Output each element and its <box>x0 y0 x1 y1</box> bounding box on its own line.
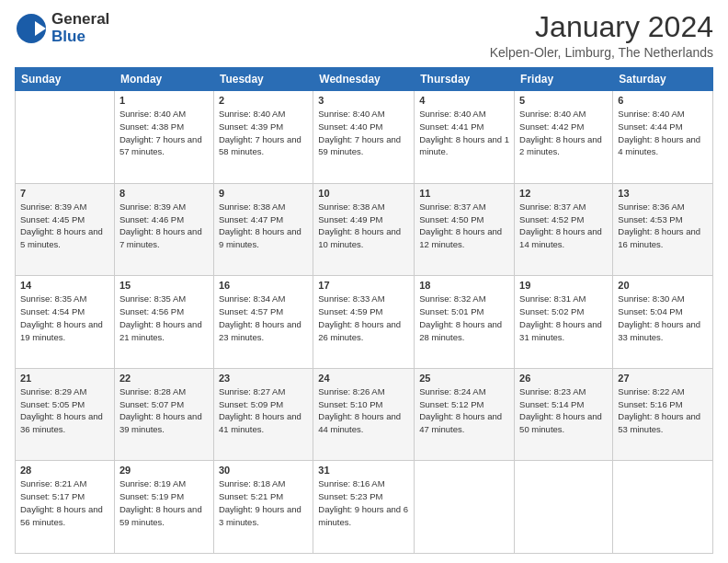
day-info: Sunrise: 8:40 AM Sunset: 4:39 PM Dayligh… <box>219 108 308 158</box>
day-cell: 17Sunrise: 8:33 AM Sunset: 4:59 PM Dayli… <box>313 276 415 369</box>
day-info: Sunrise: 8:33 AM Sunset: 4:59 PM Dayligh… <box>318 293 409 343</box>
day-cell: 23Sunrise: 8:27 AM Sunset: 5:09 PM Dayli… <box>213 368 313 461</box>
day-cell: 7Sunrise: 8:39 AM Sunset: 4:45 PM Daylig… <box>16 183 115 276</box>
day-number: 1 <box>119 95 209 106</box>
day-number: 4 <box>419 95 509 106</box>
day-number: 22 <box>119 373 209 384</box>
day-info: Sunrise: 8:22 AM Sunset: 5:16 PM Dayligh… <box>618 385 708 436</box>
day-number: 16 <box>219 280 308 291</box>
day-cell: 20Sunrise: 8:30 AM Sunset: 5:04 PM Dayli… <box>613 276 713 369</box>
logo-general: General <box>51 11 109 29</box>
day-cell: 6Sunrise: 8:40 AM Sunset: 4:44 PM Daylig… <box>613 91 713 184</box>
day-cell: 11Sunrise: 8:37 AM Sunset: 4:50 PM Dayli… <box>415 183 515 276</box>
day-number: 3 <box>318 95 409 106</box>
day-number: 31 <box>318 465 409 476</box>
day-info: Sunrise: 8:35 AM Sunset: 4:56 PM Dayligh… <box>119 293 209 343</box>
calendar-table: Sunday Monday Tuesday Wednesday Thursday… <box>15 67 713 554</box>
day-info: Sunrise: 8:40 AM Sunset: 4:41 PM Dayligh… <box>419 108 509 158</box>
day-cell: 4Sunrise: 8:40 AM Sunset: 4:41 PM Daylig… <box>415 91 515 184</box>
day-number: 20 <box>618 280 708 291</box>
week-row-2: 14Sunrise: 8:35 AM Sunset: 4:54 PM Dayli… <box>16 276 713 369</box>
logo-blue: Blue <box>51 29 109 46</box>
day-number: 10 <box>318 188 409 199</box>
header: General Blue January 2024 Kelpen-Oler, L… <box>15 11 713 60</box>
day-cell: 3Sunrise: 8:40 AM Sunset: 4:40 PM Daylig… <box>313 91 415 184</box>
day-info: Sunrise: 8:23 AM Sunset: 5:14 PM Dayligh… <box>519 385 608 436</box>
day-info: Sunrise: 8:39 AM Sunset: 4:46 PM Dayligh… <box>119 201 209 251</box>
day-info: Sunrise: 8:32 AM Sunset: 5:01 PM Dayligh… <box>419 293 509 343</box>
day-number: 14 <box>20 280 109 291</box>
day-cell <box>415 461 515 554</box>
col-thursday: Thursday <box>415 68 515 91</box>
day-info: Sunrise: 8:40 AM Sunset: 4:40 PM Dayligh… <box>318 108 409 158</box>
day-number: 13 <box>618 188 708 199</box>
week-row-0: 1Sunrise: 8:40 AM Sunset: 4:38 PM Daylig… <box>16 91 713 184</box>
day-number: 11 <box>419 188 509 199</box>
day-cell: 5Sunrise: 8:40 AM Sunset: 4:42 PM Daylig… <box>515 91 613 184</box>
day-cell: 12Sunrise: 8:37 AM Sunset: 4:52 PM Dayli… <box>515 183 613 276</box>
day-cell: 25Sunrise: 8:24 AM Sunset: 5:12 PM Dayli… <box>415 368 515 461</box>
day-info: Sunrise: 8:35 AM Sunset: 4:54 PM Dayligh… <box>20 293 109 343</box>
day-number: 19 <box>519 280 608 291</box>
day-info: Sunrise: 8:37 AM Sunset: 4:52 PM Dayligh… <box>519 201 608 251</box>
day-info: Sunrise: 8:31 AM Sunset: 5:02 PM Dayligh… <box>519 293 608 343</box>
day-cell: 29Sunrise: 8:19 AM Sunset: 5:19 PM Dayli… <box>114 461 213 554</box>
day-number: 26 <box>519 373 608 384</box>
day-number: 12 <box>519 188 608 199</box>
day-info: Sunrise: 8:40 AM Sunset: 4:44 PM Dayligh… <box>618 108 708 158</box>
week-row-4: 28Sunrise: 8:21 AM Sunset: 5:17 PM Dayli… <box>16 461 713 554</box>
day-number: 21 <box>20 373 109 384</box>
day-cell: 30Sunrise: 8:18 AM Sunset: 5:21 PM Dayli… <box>213 461 313 554</box>
day-info: Sunrise: 8:34 AM Sunset: 4:57 PM Dayligh… <box>219 293 308 343</box>
day-number: 17 <box>318 280 409 291</box>
week-row-3: 21Sunrise: 8:29 AM Sunset: 5:05 PM Dayli… <box>16 368 713 461</box>
month-title: January 2024 <box>490 11 713 43</box>
day-cell: 13Sunrise: 8:36 AM Sunset: 4:53 PM Dayli… <box>613 183 713 276</box>
day-cell: 14Sunrise: 8:35 AM Sunset: 4:54 PM Dayli… <box>16 276 115 369</box>
col-monday: Monday <box>114 68 213 91</box>
day-info: Sunrise: 8:21 AM Sunset: 5:17 PM Dayligh… <box>20 477 109 528</box>
day-cell <box>613 461 713 554</box>
day-cell: 15Sunrise: 8:35 AM Sunset: 4:56 PM Dayli… <box>114 276 213 369</box>
logo: General Blue <box>15 11 109 45</box>
day-cell: 10Sunrise: 8:38 AM Sunset: 4:49 PM Dayli… <box>313 183 415 276</box>
day-info: Sunrise: 8:18 AM Sunset: 5:21 PM Dayligh… <box>219 477 308 528</box>
day-cell <box>16 91 115 184</box>
day-number: 2 <box>219 95 308 106</box>
day-info: Sunrise: 8:39 AM Sunset: 4:45 PM Dayligh… <box>20 201 109 251</box>
day-number: 27 <box>618 373 708 384</box>
day-cell: 19Sunrise: 8:31 AM Sunset: 5:02 PM Dayli… <box>515 276 613 369</box>
col-friday: Friday <box>515 68 613 91</box>
day-cell: 8Sunrise: 8:39 AM Sunset: 4:46 PM Daylig… <box>114 183 213 276</box>
day-number: 30 <box>219 465 308 476</box>
day-cell: 27Sunrise: 8:22 AM Sunset: 5:16 PM Dayli… <box>613 368 713 461</box>
week-row-1: 7Sunrise: 8:39 AM Sunset: 4:45 PM Daylig… <box>16 183 713 276</box>
day-info: Sunrise: 8:38 AM Sunset: 4:49 PM Dayligh… <box>318 201 409 251</box>
day-info: Sunrise: 8:19 AM Sunset: 5:19 PM Dayligh… <box>119 477 209 528</box>
day-number: 25 <box>419 373 509 384</box>
day-info: Sunrise: 8:37 AM Sunset: 4:50 PM Dayligh… <box>419 201 509 251</box>
day-info: Sunrise: 8:40 AM Sunset: 4:38 PM Dayligh… <box>119 108 209 158</box>
day-cell: 26Sunrise: 8:23 AM Sunset: 5:14 PM Dayli… <box>515 368 613 461</box>
day-info: Sunrise: 8:26 AM Sunset: 5:10 PM Dayligh… <box>318 385 409 436</box>
day-cell: 1Sunrise: 8:40 AM Sunset: 4:38 PM Daylig… <box>114 91 213 184</box>
day-info: Sunrise: 8:40 AM Sunset: 4:42 PM Dayligh… <box>519 108 608 158</box>
day-number: 24 <box>318 373 409 384</box>
day-cell: 21Sunrise: 8:29 AM Sunset: 5:05 PM Dayli… <box>16 368 115 461</box>
day-number: 5 <box>519 95 608 106</box>
col-tuesday: Tuesday <box>213 68 313 91</box>
day-number: 6 <box>618 95 708 106</box>
day-number: 15 <box>119 280 209 291</box>
day-number: 29 <box>119 465 209 476</box>
col-wednesday: Wednesday <box>313 68 415 91</box>
title-block: January 2024 Kelpen-Oler, Limburg, The N… <box>490 11 713 60</box>
day-number: 8 <box>119 188 209 199</box>
day-cell <box>515 461 613 554</box>
day-cell: 22Sunrise: 8:28 AM Sunset: 5:07 PM Dayli… <box>114 368 213 461</box>
day-info: Sunrise: 8:16 AM Sunset: 5:23 PM Dayligh… <box>318 477 409 528</box>
col-sunday: Sunday <box>16 68 115 91</box>
day-cell: 16Sunrise: 8:34 AM Sunset: 4:57 PM Dayli… <box>213 276 313 369</box>
day-info: Sunrise: 8:29 AM Sunset: 5:05 PM Dayligh… <box>20 385 109 436</box>
day-number: 23 <box>219 373 308 384</box>
day-number: 9 <box>219 188 308 199</box>
